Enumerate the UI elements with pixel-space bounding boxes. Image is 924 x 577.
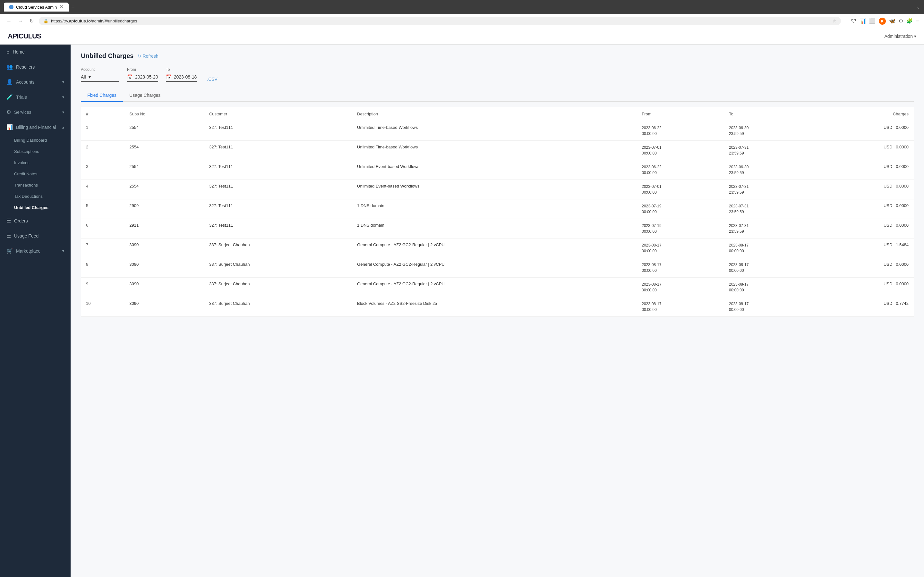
menu-icon[interactable]: ≡ bbox=[916, 18, 919, 24]
subscriptions-label: Subscriptions bbox=[14, 149, 39, 154]
browser-tab[interactable]: Cloud Services Admin ✕ bbox=[4, 3, 69, 11]
marketplace-icon: 🛒 bbox=[6, 248, 13, 254]
col-subs: Subs No. bbox=[124, 107, 204, 121]
billing-dashboard-label: Billing Dashboard bbox=[14, 138, 47, 143]
cell-from: 2023-08-17 00:00:00 bbox=[636, 277, 724, 297]
col-description: Description bbox=[352, 107, 636, 121]
pip-icon[interactable]: ⬜ bbox=[869, 18, 876, 24]
sidebar-item-subscriptions[interactable]: Subscriptions bbox=[0, 146, 71, 157]
cell-description: Unlimited Time-based Workflows bbox=[352, 121, 636, 141]
col-charges: Charges bbox=[811, 107, 914, 121]
star-icon[interactable]: ☆ bbox=[833, 19, 837, 23]
cell-from: 2023-06-22 00:00:00 bbox=[636, 121, 724, 141]
admin-menu-btn[interactable]: Administration ▾ bbox=[884, 34, 916, 39]
sidebar: ⌂ Home 👥 Resellers 👤 Accounts ▾ 🧪 Trials… bbox=[0, 45, 71, 577]
table-row: 5 2909 327: Test111 1 DNS domain 2023-07… bbox=[81, 199, 914, 219]
cell-to: 2023-06-30 23:59:59 bbox=[724, 160, 811, 180]
cell-amount: 0.0000 bbox=[896, 282, 909, 286]
account-select[interactable]: All ▾ bbox=[81, 73, 120, 82]
table-row: 9 3090 337: Surjeet Chauhan General Comp… bbox=[81, 277, 914, 297]
cell-description: Block Volumes - AZ2 SS2-Freesize Disk 25 bbox=[352, 297, 636, 317]
cell-currency: USD bbox=[884, 282, 895, 286]
cell-num: 5 bbox=[81, 199, 124, 219]
sidebar-item-marketplace[interactable]: 🛒 Marketplace ▾ bbox=[0, 243, 71, 258]
main-layout: ⌂ Home 👥 Resellers 👤 Accounts ▾ 🧪 Trials… bbox=[0, 45, 924, 577]
sidebar-item-transactions[interactable]: Transactions bbox=[0, 179, 71, 191]
sidebar-item-billing-dashboard[interactable]: Billing Dashboard bbox=[0, 135, 71, 146]
tab-title: Cloud Services Admin bbox=[16, 5, 57, 10]
extensions-icon[interactable]: 🧩 bbox=[906, 18, 913, 24]
col-num: # bbox=[81, 107, 124, 121]
to-date-input[interactable]: 📅 2023-08-18 bbox=[166, 73, 197, 82]
cell-subs: 2911 bbox=[124, 219, 204, 239]
cell-charges: USD 0.0000 bbox=[811, 258, 914, 277]
cell-currency: USD bbox=[884, 164, 895, 169]
cell-num: 1 bbox=[81, 121, 124, 141]
cell-description: Unlimited Event-based Workflows bbox=[352, 180, 636, 199]
sidebar-item-invoices[interactable]: Invoices bbox=[0, 157, 71, 168]
sidebar-item-usage-feed[interactable]: ☰ Usage Feed bbox=[0, 228, 71, 243]
tab-fixed-charges[interactable]: Fixed Charges bbox=[81, 89, 123, 102]
reload-btn[interactable]: ↻ bbox=[28, 17, 35, 25]
sidebar-item-home[interactable]: ⌂ Home bbox=[0, 45, 71, 59]
sidebar-item-orders[interactable]: ☰ Orders bbox=[0, 213, 71, 228]
from-filter: From 📅 2023-05-20 bbox=[127, 67, 158, 82]
cell-subs: 3090 bbox=[124, 258, 204, 277]
cell-amount: 0.0000 bbox=[896, 164, 909, 169]
accounts-icon: 👤 bbox=[6, 79, 13, 85]
cell-currency: USD bbox=[884, 242, 895, 247]
cell-charges: USD 0.0000 bbox=[811, 141, 914, 160]
sidebar-item-resellers[interactable]: 👥 Resellers bbox=[0, 59, 71, 74]
cell-num: 2 bbox=[81, 141, 124, 160]
cell-customer: 327: Test111 bbox=[204, 160, 352, 180]
calendar-to-icon: 📅 bbox=[166, 74, 171, 79]
shield-icon[interactable]: 🛡 bbox=[851, 18, 856, 24]
back-btn[interactable]: ← bbox=[5, 17, 13, 25]
app-logo: APICULUS bbox=[8, 32, 41, 40]
cell-from: 2023-07-01 00:00:00 bbox=[636, 141, 724, 160]
charges-table: # Subs No. Customer Description From To … bbox=[81, 107, 914, 317]
sidebar-item-unbilled-charges[interactable]: Unbilled Charges bbox=[0, 202, 71, 213]
url-bar[interactable]: 🔒 https://try.apiculus.io/admin/#/unbill… bbox=[39, 17, 841, 25]
sidebar-item-tax-deductions[interactable]: Tax Deductions bbox=[0, 191, 71, 202]
cell-currency: USD bbox=[884, 184, 895, 189]
table-row: 6 2911 327: Test111 1 DNS domain 2023-07… bbox=[81, 219, 914, 239]
table-row: 1 2554 327: Test111 Unlimited Time-based… bbox=[81, 121, 914, 141]
cell-num: 4 bbox=[81, 180, 124, 199]
tab-usage-charges[interactable]: Usage Charges bbox=[123, 89, 167, 102]
cell-num: 8 bbox=[81, 258, 124, 277]
sidebar-label-trials: Trials bbox=[16, 95, 27, 100]
unbilled-charges-label: Unbilled Charges bbox=[14, 205, 48, 210]
sidebar-item-billing-financial[interactable]: 📊 Billing and Financial ▴ bbox=[0, 119, 71, 135]
sidebar-item-accounts[interactable]: 👤 Accounts ▾ bbox=[0, 74, 71, 89]
sidebar-item-trials[interactable]: 🧪 Trials ▾ bbox=[0, 89, 71, 105]
cell-amount: 0.0000 bbox=[896, 262, 909, 267]
butterfly-icon[interactable]: 🦋 bbox=[889, 18, 895, 24]
stats-icon[interactable]: 📊 bbox=[859, 18, 866, 24]
trials-arrow-icon: ▾ bbox=[62, 95, 64, 99]
sidebar-item-services[interactable]: ⚙ Services ▾ bbox=[0, 105, 71, 119]
cell-charges: USD 0.7742 bbox=[811, 297, 914, 317]
cell-charges: USD 0.0000 bbox=[811, 219, 914, 239]
from-date-value: 2023-05-20 bbox=[135, 74, 158, 79]
tab-list-chevron[interactable]: ⌄ bbox=[916, 5, 920, 10]
to-date-value: 2023-08-18 bbox=[174, 74, 197, 79]
from-date-input[interactable]: 📅 2023-05-20 bbox=[127, 73, 158, 82]
sidebar-label-resellers: Resellers bbox=[16, 64, 35, 69]
refresh-btn[interactable]: ↻ Refresh bbox=[137, 53, 158, 59]
sidebar-item-credit-notes[interactable]: Credit Notes bbox=[0, 168, 71, 179]
user-avatar[interactable]: K bbox=[879, 18, 886, 25]
settings-icon[interactable]: ⚙ bbox=[899, 18, 903, 24]
new-tab-btn[interactable]: + bbox=[71, 4, 75, 11]
forward-btn[interactable]: → bbox=[17, 17, 24, 25]
browser-chrome: Cloud Services Admin ✕ + ⌄ bbox=[0, 0, 924, 14]
page-title: Unbilled Charges bbox=[81, 52, 134, 60]
cell-num: 10 bbox=[81, 297, 124, 317]
usage-feed-icon: ☰ bbox=[6, 233, 11, 239]
csv-export-btn[interactable]: .CSV bbox=[207, 77, 218, 82]
table-row: 10 3090 337: Surjeet Chauhan Block Volum… bbox=[81, 297, 914, 317]
account-filter-label: Account bbox=[81, 67, 120, 72]
cell-to: 2023-07-31 23:59:59 bbox=[724, 180, 811, 199]
sidebar-label-home: Home bbox=[13, 49, 25, 55]
tab-close-btn[interactable]: ✕ bbox=[59, 5, 63, 10]
